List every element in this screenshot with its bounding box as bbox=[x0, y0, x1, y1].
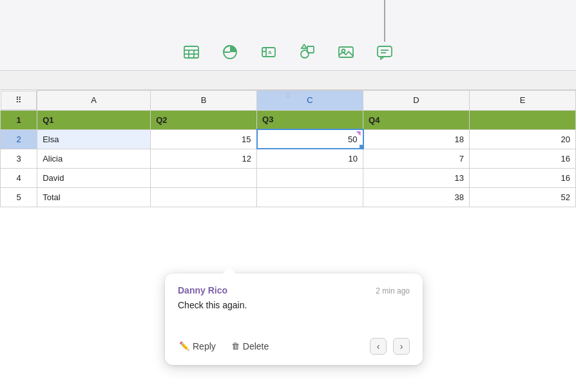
col-header-a[interactable]: A bbox=[37, 91, 151, 111]
cell-1-b[interactable]: Q2 bbox=[151, 110, 257, 129]
row-2: 2 Elsa 15 50 18 20 bbox=[1, 129, 576, 149]
row-2-header: 2 bbox=[1, 129, 37, 149]
row-5-header: 5 bbox=[1, 187, 37, 207]
cell-4-a[interactable]: David bbox=[37, 168, 151, 187]
image-icon[interactable] bbox=[336, 42, 356, 62]
toolbar: A bbox=[181, 42, 395, 62]
resize-handle[interactable] bbox=[360, 145, 363, 149]
cell-3-b[interactable]: 12 bbox=[151, 149, 257, 168]
row-5: 5 Total 38 52 bbox=[1, 187, 576, 207]
spreadsheet-table: ⠿ A B C D E 1 Q1 Q2 Q3 Q4 2 Elsa 15 bbox=[0, 90, 576, 207]
comment-header: Danny Rico 2 min ago bbox=[178, 285, 410, 295]
cell-2-b[interactable]: 15 bbox=[151, 129, 257, 149]
reply-button[interactable]: ✏️ Reply bbox=[178, 339, 217, 354]
cell-5-d[interactable]: 38 bbox=[363, 187, 470, 207]
prev-comment-button[interactable]: ‹ bbox=[370, 338, 387, 355]
cell-1-a[interactable]: Q1 bbox=[37, 110, 151, 129]
cell-4-b[interactable] bbox=[151, 168, 257, 187]
comment-time: 2 min ago bbox=[376, 286, 410, 295]
cell-5-b[interactable] bbox=[151, 187, 257, 207]
comment-nav: ‹ › bbox=[370, 338, 410, 355]
svg-rect-0 bbox=[184, 46, 198, 58]
cell-3-a[interactable]: Alicia bbox=[37, 149, 151, 168]
next-comment-button[interactable]: › bbox=[393, 338, 410, 355]
cell-2-e[interactable]: 20 bbox=[469, 129, 575, 149]
corner-cell: ⠿ bbox=[1, 91, 37, 110]
comment-icon[interactable] bbox=[374, 42, 395, 62]
cell-4-d[interactable]: 13 bbox=[363, 168, 470, 187]
row-4: 4 David 13 16 bbox=[1, 168, 576, 187]
cell-2-a[interactable]: Elsa bbox=[37, 129, 151, 149]
top-bar: A bbox=[0, 0, 576, 71]
col-header-b[interactable]: B bbox=[151, 91, 257, 111]
svg-rect-13 bbox=[339, 47, 353, 57]
cell-2-d[interactable]: 18 bbox=[363, 129, 470, 149]
cell-5-e[interactable]: 52 bbox=[469, 187, 575, 207]
text-box-icon[interactable]: A bbox=[258, 42, 279, 62]
row-3-header: 3 bbox=[1, 149, 37, 168]
cell-3-e[interactable]: 16 bbox=[469, 149, 575, 168]
cell-2-c[interactable]: 50 bbox=[257, 129, 363, 149]
comment-actions: ✏️ Reply 🗑 Delete ‹ › bbox=[178, 338, 410, 355]
chart-icon[interactable] bbox=[220, 42, 240, 62]
row-3: 3 Alicia 12 10 7 16 bbox=[1, 149, 576, 168]
delete-button[interactable]: 🗑 Delete bbox=[230, 339, 270, 354]
row-4-header: 4 bbox=[1, 168, 37, 187]
q-header-row: 1 Q1 Q2 Q3 Q4 bbox=[1, 110, 576, 129]
delete-label: Delete bbox=[243, 341, 269, 351]
col-header-e[interactable]: E bbox=[469, 91, 575, 111]
cell-3-d[interactable]: 7 bbox=[363, 149, 470, 168]
cell-4-c[interactable] bbox=[257, 168, 363, 187]
delete-icon: 🗑 bbox=[231, 341, 240, 351]
table-icon[interactable] bbox=[181, 42, 202, 62]
svg-marker-12 bbox=[302, 44, 307, 48]
cell-1-c[interactable]: Q3 bbox=[257, 110, 363, 129]
top-drag-handle[interactable]: ⠿ bbox=[285, 91, 291, 100]
comment-popup: Danny Rico 2 min ago Check this again. ✏… bbox=[165, 274, 423, 365]
svg-rect-15 bbox=[378, 46, 392, 57]
spreadsheet-area: ⠿ ⠿ A B C D E 1 Q1 Q2 bbox=[0, 90, 576, 392]
cell-4-e[interactable]: 16 bbox=[469, 168, 575, 187]
cell-1-d[interactable]: Q4 bbox=[363, 110, 470, 129]
comment-author: Danny Rico bbox=[178, 285, 227, 295]
separator bbox=[0, 71, 576, 90]
cell-5-c[interactable] bbox=[257, 187, 363, 207]
cell-3-c[interactable]: 10 bbox=[257, 149, 363, 168]
comment-body: Check this again. bbox=[178, 299, 410, 312]
col-header-c[interactable]: C bbox=[257, 91, 363, 111]
col-header-d[interactable]: D bbox=[363, 91, 470, 111]
cell-5-a[interactable]: Total bbox=[37, 187, 151, 207]
reply-icon: ✏️ bbox=[179, 341, 189, 351]
shape-icon[interactable] bbox=[297, 42, 318, 62]
cell-1-e[interactable] bbox=[469, 110, 575, 129]
svg-text:A: A bbox=[268, 50, 272, 55]
row-1-header: 1 bbox=[1, 110, 37, 129]
reply-label: Reply bbox=[193, 341, 216, 351]
comment-actions-left: ✏️ Reply 🗑 Delete bbox=[178, 339, 270, 354]
